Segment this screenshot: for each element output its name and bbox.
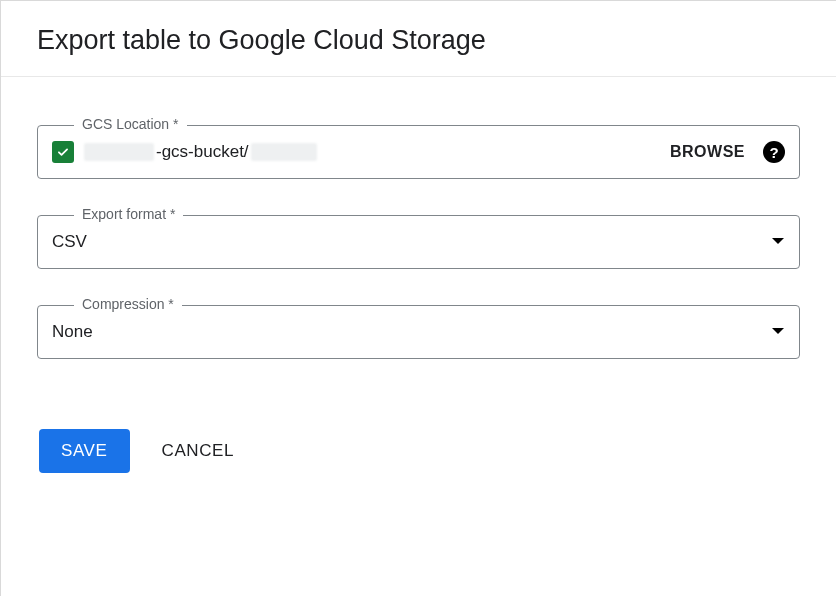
save-button[interactable]: SAVE xyxy=(39,429,130,473)
gcs-path-mid: -gcs-bucket/ xyxy=(156,142,249,162)
compression-field[interactable]: Compression * None xyxy=(37,305,800,359)
export-format-value: CSV xyxy=(52,232,771,252)
dialog-header: Export table to Google Cloud Storage xyxy=(1,1,836,77)
dialog-title: Export table to Google Cloud Storage xyxy=(37,25,800,56)
export-format-label: Export format * xyxy=(74,206,183,222)
gcs-location-label: GCS Location * xyxy=(74,116,187,132)
cancel-button[interactable]: CANCEL xyxy=(162,441,235,461)
compression-value: None xyxy=(52,322,771,342)
help-icon[interactable]: ? xyxy=(763,141,785,163)
browse-button[interactable]: BROWSE xyxy=(670,143,745,161)
chevron-down-icon xyxy=(771,237,785,247)
chevron-down-icon xyxy=(771,327,785,337)
dialog-body: GCS Location * -gcs-bucket/ BROWSE ? Exp… xyxy=(1,77,836,497)
gcs-path-value: -gcs-bucket/ xyxy=(84,142,670,162)
gcs-location-field[interactable]: GCS Location * -gcs-bucket/ BROWSE ? xyxy=(37,125,800,179)
compression-label: Compression * xyxy=(74,296,182,312)
redacted-segment xyxy=(251,143,317,161)
action-bar: SAVE CANCEL xyxy=(37,429,800,473)
check-icon xyxy=(52,141,74,163)
export-format-field[interactable]: Export format * CSV xyxy=(37,215,800,269)
redacted-segment xyxy=(84,143,154,161)
